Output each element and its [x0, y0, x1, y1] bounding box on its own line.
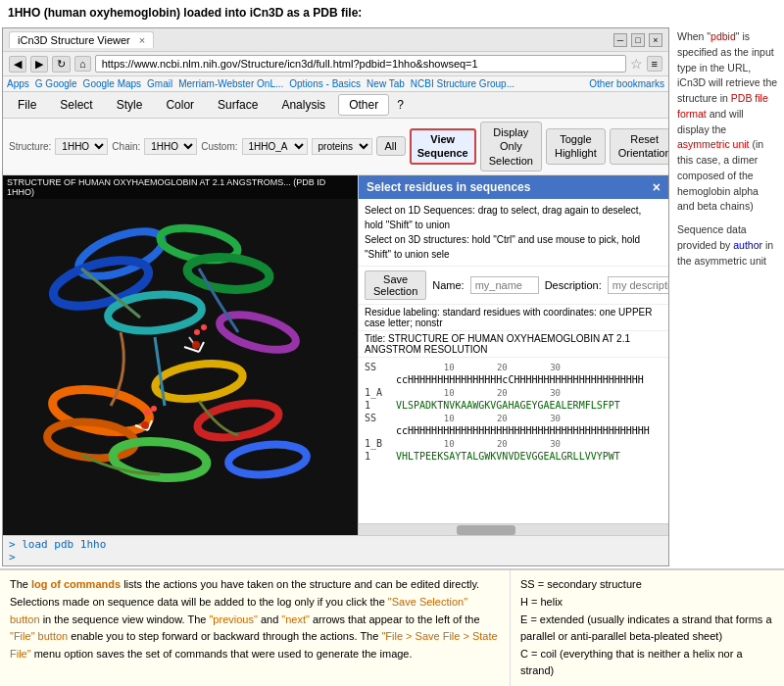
1b-numbers: 10 20 30: [396, 439, 561, 449]
author-highlight: author: [733, 239, 762, 251]
chain-label: Chain:: [112, 141, 140, 152]
svg-point-23: [151, 406, 157, 412]
selection-desc-input[interactable]: [608, 276, 668, 294]
structure-label: Structure:: [9, 141, 51, 152]
all-button[interactable]: All: [376, 136, 406, 156]
toggle-highlight-button[interactable]: ToggleHighlight: [546, 128, 606, 165]
status-bar: > load pdb 1hho >: [3, 535, 668, 565]
1a-numbers: 10 20 30: [396, 388, 561, 398]
bottom-text-4: and: [258, 613, 281, 625]
svg-point-22: [144, 410, 150, 416]
menu-file[interactable]: File: [7, 94, 47, 116]
browser-tab[interactable]: iCn3D Structure Viewer ×: [9, 31, 154, 48]
back-btn[interactable]: ◀: [9, 56, 26, 73]
top-label-text: 1HHO (human oxyhemoglobin) loaded into i…: [8, 6, 362, 20]
bottom-text-6: enable you to step forward or backward t…: [68, 630, 381, 642]
menu-other[interactable]: Other: [338, 94, 389, 116]
reload-btn[interactable]: ↻: [52, 56, 71, 73]
svg-point-17: [194, 329, 200, 335]
bottom-right-panel: SS = secondary structure H = helix E = e…: [510, 570, 784, 686]
menu-bar: File Select Style Color Surface Analysis…: [3, 92, 668, 119]
bookmarks-bar: Apps G Google Google Maps Gmail Merriam-…: [3, 76, 668, 92]
seq-panel-title: Select residues in sequences: [367, 180, 530, 194]
menu-analysis[interactable]: Analysis: [270, 94, 336, 116]
proteins-select[interactable]: proteins: [312, 138, 372, 155]
1a-label: 1_A: [365, 387, 392, 398]
bookmark-gmail[interactable]: Gmail: [147, 78, 172, 89]
asymmetric-unit-highlight: asymmetric unit: [677, 138, 750, 150]
menu-select[interactable]: Select: [49, 94, 103, 116]
menu-color[interactable]: Color: [155, 94, 205, 116]
home-btn[interactable]: ⌂: [74, 56, 91, 72]
content-area: STRUCTURE OF HUMAN OXYHAEMOGLOBIN AT 2.1…: [3, 175, 668, 536]
seq-scrollbar[interactable]: [359, 523, 668, 535]
seq-row-1a-data: 1 VLSPADKTNVKAAWGKVGAHAGEYGAEALERMFLSFPT: [365, 400, 662, 411]
bottom-text-5: arrows that appear to the left of the: [310, 613, 480, 625]
menu-surface[interactable]: Surface: [207, 94, 269, 116]
seq-scrollbar-thumb[interactable]: [457, 525, 515, 535]
bookmark-maps[interactable]: Google Maps: [83, 78, 141, 89]
seq-row-ss1: SS 10 20 30: [365, 362, 662, 372]
seq-row-1b: 1_B 10 20 30: [365, 438, 662, 449]
seq-data-area[interactable]: SS 10 20 30 ccHHHHHHHHHHHHHHHHcCHHHHHHHH…: [359, 358, 668, 524]
log-commands-link[interactable]: log of commands: [31, 578, 121, 590]
svg-point-21: [141, 421, 149, 429]
residue-label: Residue labeling: standard residues with…: [359, 305, 668, 331]
1b-seq-data: VHLTPEEKSAYTALGWKVNVDEVGGEALGRLLVVYPWT: [396, 451, 620, 462]
menu-style[interactable]: Style: [106, 94, 154, 116]
seq-save-row: Save Selection Name: Description:: [359, 267, 668, 305]
ss-label: SS = secondary structure: [520, 576, 774, 594]
bottom-text-7: menu option saves the set of commands th…: [31, 648, 413, 660]
seq-instructions: Select on 1D Sequences: drag to select, …: [359, 199, 668, 267]
selection-name-input[interactable]: [470, 276, 539, 294]
menu-help[interactable]: ?: [391, 95, 410, 115]
chain-select[interactable]: 1HHO: [144, 138, 197, 155]
bookmark-google[interactable]: G Google: [35, 78, 77, 89]
tab-close-btn[interactable]: ×: [139, 34, 145, 46]
seq-row-ss1-data: ccHHHHHHHHHHHHHHHHcCHHHHHHHHHHHHHHHHHHHH…: [365, 374, 662, 385]
view-sequence-button[interactable]: ViewSequence: [410, 128, 476, 165]
minimize-btn[interactable]: ─: [613, 33, 627, 47]
browser-titlebar: iCn3D Structure Viewer × ─ □ ×: [3, 28, 668, 52]
close-btn[interactable]: ×: [649, 33, 662, 47]
bottom-area: The log of commands lists the actions yo…: [0, 568, 784, 686]
bottom-text-1: The: [10, 578, 31, 590]
bookmark-merriam[interactable]: Merriam-Webster OnL...: [178, 78, 283, 89]
bookmark-star-icon[interactable]: ☆: [630, 56, 643, 72]
seq-close-btn[interactable]: ×: [653, 179, 661, 195]
mol-title: STRUCTURE OF HUMAN OXYHAEMOGLOBIN AT 2.1…: [3, 175, 358, 199]
ss1-data: ccHHHHHHHHHHHHHHHHcCHHHHHHHHHHHHHHHHHHHH…: [396, 374, 644, 385]
1b-chain: 1: [365, 451, 392, 462]
forward-btn[interactable]: ▶: [30, 56, 48, 73]
address-input[interactable]: [95, 55, 626, 73]
menu-btn[interactable]: ≡: [647, 56, 662, 72]
bookmark-options[interactable]: Options - Basics: [289, 78, 361, 89]
bookmark-other[interactable]: Other bookmarks: [589, 78, 664, 89]
maximize-btn[interactable]: □: [631, 33, 645, 47]
reset-orientation-button[interactable]: ResetOrientation: [610, 128, 668, 165]
molecule-viewer[interactable]: STRUCTURE OF HUMAN OXYHAEMOGLOBIN AT 2.1…: [3, 175, 358, 536]
seq-row-ss2: SS 10 20 30: [365, 413, 662, 423]
svg-point-18: [201, 324, 207, 330]
1a-seq-data: VLSPADKTNVKAAWGKVGAHAGEYGAEALERMFLSFPT: [396, 400, 620, 411]
sequence-panel: Select residues in sequences × Select on…: [358, 175, 668, 536]
structure-select[interactable]: 1HHO: [55, 138, 108, 155]
protein-svg: [3, 175, 358, 528]
display-only-button[interactable]: Display OnlySelection: [480, 122, 542, 172]
bookmark-ncbi[interactable]: NCBI Structure Group...: [411, 78, 514, 89]
custom-select[interactable]: 1HHO_A: [242, 138, 308, 155]
seq-instruction-2: Select on 3D structures: hold "Ctrl" and…: [365, 232, 662, 262]
icn3d-app: File Select Style Color Surface Analysis…: [3, 92, 668, 565]
struct-info: Structure: 1HHO Chain: 1HHO Custom: 1HHO…: [9, 138, 372, 155]
save-selection-btn[interactable]: Save Selection: [365, 270, 426, 300]
address-bar: ◀ ▶ ↻ ⌂ ☆ ≡: [3, 52, 668, 76]
ss2-label: SS: [365, 413, 392, 423]
log-line-1: > load pdb 1hho: [9, 538, 662, 551]
bookmark-newtab[interactable]: New Tab: [367, 78, 405, 89]
c-label: C = coil (everything that is neither a h…: [520, 646, 774, 680]
h-label: H = helix: [520, 594, 774, 612]
bookmark-apps[interactable]: Apps: [7, 78, 29, 89]
right-annotation-panel: When "pdbid" is specified as the input t…: [671, 25, 784, 568]
file-link: "File" button: [10, 630, 68, 642]
bottom-left-panel: The log of commands lists the actions yo…: [0, 570, 510, 686]
